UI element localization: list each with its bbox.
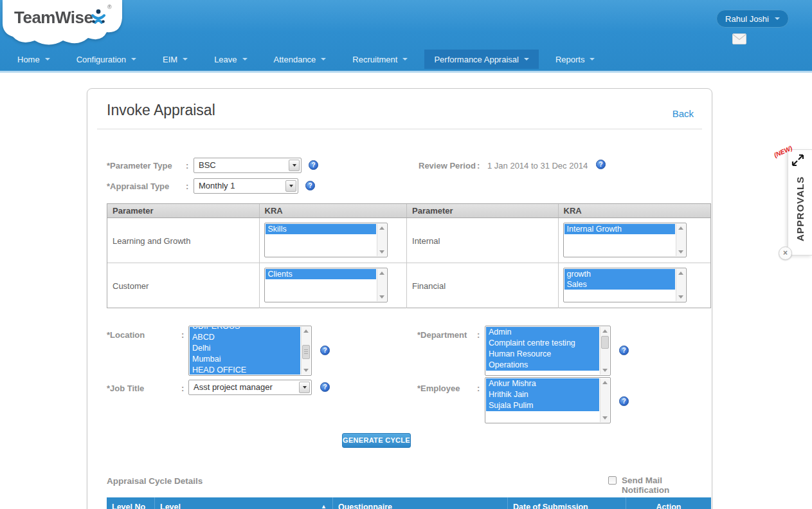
scrollbar[interactable]	[377, 269, 386, 301]
scrollbar[interactable]	[676, 269, 685, 301]
list-item[interactable]: Delhi	[190, 343, 300, 354]
list-item[interactable]: growth	[564, 269, 675, 279]
scroll-up-icon[interactable]	[303, 329, 309, 333]
list-item[interactable]: Sujala Pulim	[486, 400, 599, 411]
expand-icon[interactable]	[791, 154, 804, 167]
scroll-down-icon[interactable]	[602, 369, 608, 372]
nav-item-recruitment[interactable]: Recruitment	[343, 50, 417, 69]
job-title-label: *Job Title	[107, 384, 144, 393]
dropdown-arrow-icon	[289, 160, 300, 171]
appraisal-cycle-details-title: Appraisal Cycle Details	[107, 476, 203, 486]
column-header-level-no[interactable]: Level No	[107, 497, 155, 509]
scroll-up-icon[interactable]	[379, 272, 384, 275]
nav-item-attendance[interactable]: Attendance	[264, 50, 336, 69]
department-listbox[interactable]: Admin Complaint centre testing Human Res…	[485, 326, 611, 376]
column-header-date-of-submission[interactable]: Date of Submission	[508, 497, 626, 509]
colon	[477, 161, 480, 171]
help-icon[interactable]: ?	[596, 160, 606, 169]
list-item[interactable]: Mumbai	[190, 354, 300, 365]
scroll-up-icon[interactable]	[678, 272, 683, 275]
list-item[interactable]: Admin	[486, 327, 599, 338]
nav-item-eim[interactable]: EIM	[153, 50, 197, 69]
help-icon[interactable]: ?	[619, 396, 629, 406]
column-header-questionnaire[interactable]: Questionnaire	[333, 497, 508, 509]
employee-listbox[interactable]: Ankur Mishra Hrithik Jain Sujala Pulim	[485, 377, 611, 423]
user-menu[interactable]: Rahul Joshi	[716, 10, 789, 28]
scroll-down-icon[interactable]	[379, 295, 384, 299]
kra-listbox[interactable]: Internal Growth	[563, 223, 687, 257]
list-item[interactable]: Clients	[266, 269, 376, 279]
scrollbar[interactable]	[301, 327, 311, 375]
scrollbar[interactable]	[600, 327, 609, 375]
list-item[interactable]: Ankur Mishra	[486, 378, 599, 389]
list-item[interactable]: ABCD	[190, 332, 300, 343]
scrollbar[interactable]	[676, 224, 685, 256]
nav-item-configuration[interactable]: Configuration	[67, 50, 146, 69]
list-item[interactable]: Internal Growth	[564, 224, 675, 234]
list-item[interactable]: Human Resource	[486, 349, 599, 360]
parameter-name: Internal	[412, 236, 440, 245]
list-item[interactable]: Operations	[486, 360, 599, 371]
table-row: Learning and Growth Skills Internal	[107, 218, 710, 263]
chevron-down-icon	[242, 58, 248, 60]
scroll-down-icon[interactable]	[678, 295, 683, 299]
help-icon[interactable]: ?	[320, 382, 330, 392]
generate-cycle-button[interactable]: GENERATE CYCLE	[342, 433, 411, 448]
nav-item-performance-appraisal[interactable]: Performance Appraisal	[424, 50, 539, 69]
scrollbar[interactable]	[377, 224, 386, 256]
list-item[interactable]: UDIPEROUS	[190, 327, 300, 332]
location-listbox[interactable]: UDIPEROUS ABCD Delhi Mumbai HEAD OFFICE	[188, 326, 312, 376]
parameter-type-select[interactable]: BSC	[194, 158, 302, 173]
cycle-details-table-header: Level No Level ▲ Questionnaire Date of S…	[107, 497, 711, 509]
kra-listbox[interactable]: Skills	[264, 223, 388, 257]
column-header-parameter: Parameter	[107, 204, 260, 217]
sort-asc-icon[interactable]: ▲	[321, 503, 327, 509]
send-mail-checkbox[interactable]	[608, 476, 617, 485]
close-icon[interactable]: ×	[779, 246, 792, 260]
scrollbar-thumb[interactable]	[601, 336, 609, 349]
app-header: TeamWise ® Rahul Joshi Home	[0, 0, 812, 73]
scroll-down-icon[interactable]	[303, 369, 309, 372]
parameter-kra-table: Parameter KRA Parameter KRA Learning and…	[107, 203, 711, 308]
column-header-kra: KRA	[559, 204, 711, 217]
department-label: *Department	[417, 330, 467, 340]
nav-item-home[interactable]: Home	[8, 50, 60, 69]
divider	[97, 129, 702, 129]
nav-item-reports[interactable]: Reports	[546, 50, 605, 69]
scroll-up-icon[interactable]	[602, 381, 608, 384]
help-icon[interactable]: ?	[309, 160, 318, 170]
kra-listbox[interactable]: growth Sales	[563, 268, 687, 302]
help-icon[interactable]: ?	[320, 346, 330, 355]
chevron-down-icon	[402, 58, 408, 60]
scroll-up-icon[interactable]	[678, 227, 683, 230]
help-icon[interactable]: ?	[619, 346, 629, 355]
back-link[interactable]: Back	[672, 108, 694, 119]
scroll-up-icon[interactable]	[602, 329, 608, 333]
scroll-up-icon[interactable]	[379, 227, 384, 230]
list-item[interactable]: Hrithik Jain	[486, 389, 599, 400]
list-item[interactable]: Skills	[266, 224, 376, 234]
column-header-action[interactable]: Action	[626, 497, 711, 509]
appraisal-type-label: *Appraisal Type	[107, 181, 169, 191]
scroll-down-icon[interactable]	[678, 250, 683, 254]
list-item[interactable]: Complaint centre testing	[486, 338, 599, 349]
parameter-name: Customer	[113, 281, 149, 291]
nav-item-leave[interactable]: Leave	[204, 50, 257, 69]
invoke-appraisal-card: Invoke Appraisal Back *Parameter Type BS…	[87, 88, 712, 509]
list-item[interactable]: Sales	[564, 279, 675, 290]
list-item[interactable]: HEAD OFFICE	[190, 365, 300, 375]
scroll-down-icon[interactable]	[379, 250, 384, 254]
teamwise-logo[interactable]: TeamWise ®	[3, 0, 122, 46]
appraisal-type-select[interactable]: Monthly 1	[194, 178, 298, 194]
colon	[181, 384, 184, 393]
job-title-select[interactable]: Asst project manager	[188, 380, 312, 395]
column-header-level[interactable]: Level ▲	[155, 497, 333, 509]
scrollbar[interactable]	[600, 378, 609, 422]
main-nav: Home Configuration EIM Leave Attendance …	[8, 50, 611, 69]
mail-icon[interactable]	[732, 33, 746, 44]
page: TeamWise ® Rahul Joshi Home	[0, 0, 812, 509]
scroll-down-icon[interactable]	[602, 416, 608, 420]
scrollbar-thumb[interactable]	[302, 345, 310, 359]
kra-listbox[interactable]: Clients	[264, 268, 388, 302]
help-icon[interactable]: ?	[305, 181, 315, 190]
